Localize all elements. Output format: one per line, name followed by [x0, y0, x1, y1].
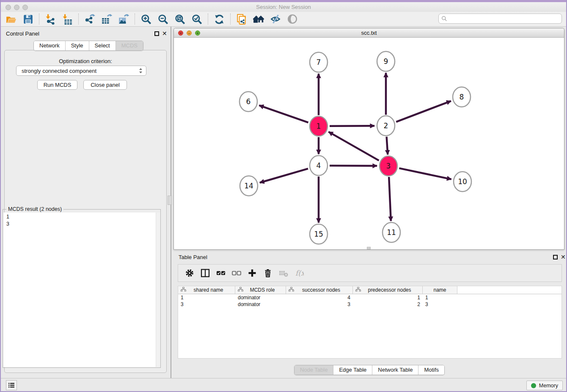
edge-2-8[interactable] [396, 101, 451, 122]
graph-node-2[interactable]: 2 [377, 116, 395, 136]
refresh-icon[interactable] [211, 12, 228, 26]
delete-table-icon [275, 265, 291, 281]
table-cell[interactable]: 1 [353, 294, 423, 301]
function-builder-icon: f(x) [291, 265, 307, 281]
column-header-MCDS-role[interactable]: MCDS role [235, 286, 286, 294]
status-bar: Memory [1, 378, 566, 392]
optimization-criterion-select[interactable]: strongly connected component [16, 66, 146, 76]
splitter-grip[interactable] [168, 196, 172, 205]
table-header-row: shared nameMCDS rolesuccessor nodesprede… [178, 286, 561, 294]
table-row[interactable]: 1dominator411 [178, 294, 561, 301]
zoom-out-icon[interactable] [154, 12, 171, 26]
svg-text:6: 6 [246, 97, 251, 106]
zoom-selected-icon[interactable] [188, 12, 205, 26]
tab-motifs[interactable]: Motifs [418, 365, 444, 375]
delete-row-icon[interactable] [260, 265, 275, 281]
zoom-in-icon[interactable] [138, 12, 154, 26]
export-image-icon[interactable] [115, 12, 132, 26]
close-panel-button[interactable]: Close panel [83, 80, 127, 90]
mcds-result-text[interactable]: 1 3 [3, 213, 160, 367]
task-history-button[interactable] [6, 380, 17, 390]
graph-node-8[interactable]: 8 [453, 87, 471, 107]
settings-icon[interactable] [182, 265, 197, 281]
toolbar-separator [78, 14, 79, 25]
select-all-icon[interactable] [213, 265, 228, 281]
search-input[interactable] [447, 14, 561, 23]
graph-node-6[interactable]: 6 [239, 92, 257, 112]
edge-4-3[interactable] [330, 166, 377, 166]
table-cell[interactable]: 1 [423, 294, 457, 301]
table-cell[interactable]: 4 [286, 294, 353, 301]
save-session-icon[interactable] [19, 12, 36, 26]
tab-node-table[interactable]: Node Table [295, 365, 333, 375]
graph-node-14[interactable]: 14 [240, 176, 258, 196]
graph-node-9[interactable]: 9 [377, 52, 395, 72]
zoom-fit-icon[interactable] [171, 12, 188, 26]
columns-icon[interactable] [197, 265, 213, 281]
tab-style[interactable]: Style [65, 41, 89, 50]
edge-3-10[interactable] [399, 168, 451, 179]
run-mcds-button[interactable]: Run MCDS [37, 80, 77, 90]
graph-node-4[interactable]: 4 [310, 156, 328, 176]
tab-edge-table[interactable]: Edge Table [333, 365, 372, 375]
export-table-icon[interactable] [98, 12, 115, 26]
graph-node-15[interactable]: 15 [310, 224, 328, 244]
hide-graphics-icon[interactable] [267, 12, 284, 26]
edge-1-6[interactable] [259, 105, 308, 123]
import-network-icon[interactable] [42, 12, 59, 26]
table-cell[interactable]: 2 [353, 301, 423, 308]
edge-3-1[interactable] [329, 132, 379, 160]
graph-node-3[interactable]: 3 [380, 156, 397, 176]
tab-mcds[interactable]: MCDS [116, 41, 143, 50]
svg-text:1: 1 [317, 122, 321, 130]
graph-node-1[interactable]: 1 [310, 116, 328, 136]
table-panel-title: Table Panel [179, 254, 207, 260]
table-cell[interactable]: dominator [235, 301, 286, 308]
network-window-titlebar[interactable]: ✕ − + scc.txt [174, 28, 564, 38]
edge-4-14[interactable] [260, 168, 308, 182]
tab-select[interactable]: Select [89, 41, 116, 50]
float-table-panel-icon[interactable] [553, 255, 558, 259]
result-scrollbar[interactable] [156, 213, 160, 367]
column-header-name[interactable]: name [423, 286, 457, 294]
table-row[interactable]: 3dominator323 [178, 301, 561, 308]
close-panel-icon[interactable]: ✕ [162, 30, 167, 37]
table-cell[interactable]: 1 [178, 294, 235, 301]
svg-text:15: 15 [314, 230, 323, 238]
table-panel: Table Panel ✕ f(x) shared nameMCDS roles… [173, 252, 565, 376]
search-box [438, 14, 562, 24]
unselect-all-icon[interactable] [228, 265, 244, 281]
window-title: Session: New Session [1, 4, 566, 10]
select-chevrons-icon [139, 67, 143, 74]
hierarchy-icon [238, 287, 243, 293]
open-session-icon[interactable] [3, 12, 19, 26]
view-resize-grip[interactable] [367, 247, 371, 249]
graph-node-7[interactable]: 7 [310, 52, 328, 72]
table-cell[interactable]: dominator [235, 294, 286, 301]
memory-button[interactable]: Memory [526, 381, 563, 390]
duplicate-network-icon[interactable] [233, 12, 250, 26]
hierarchy-icon [355, 287, 361, 293]
column-header-shared-name[interactable]: shared name [178, 286, 235, 294]
edge-3-11[interactable] [389, 177, 391, 221]
add-row-icon[interactable] [244, 265, 260, 281]
edge-2-3[interactable] [387, 137, 388, 155]
column-header-predecessor-nodes[interactable]: predecessor nodes [353, 286, 423, 294]
main-toolbar [1, 12, 566, 27]
table-cell[interactable]: 3 [423, 301, 457, 308]
graph-node-10[interactable]: 10 [454, 172, 471, 192]
column-header-successor-nodes[interactable]: successor nodes [286, 286, 353, 294]
import-table-icon[interactable] [59, 12, 76, 26]
control-panel-title: Control Panel [6, 30, 39, 37]
home-icon[interactable] [250, 12, 267, 26]
edge-1-2[interactable] [330, 126, 374, 126]
network-canvas[interactable]: 1234678910111415 [174, 38, 564, 249]
close-table-panel-icon[interactable]: ✕ [561, 254, 566, 260]
table-cell[interactable]: 3 [178, 301, 235, 308]
float-panel-icon[interactable] [154, 31, 159, 36]
tab-network[interactable]: Network [34, 41, 65, 50]
graph-node-11[interactable]: 11 [383, 223, 400, 243]
tab-network-table[interactable]: Network Table [372, 365, 418, 375]
table-cell[interactable]: 3 [286, 301, 353, 308]
export-network-icon[interactable] [81, 12, 98, 26]
